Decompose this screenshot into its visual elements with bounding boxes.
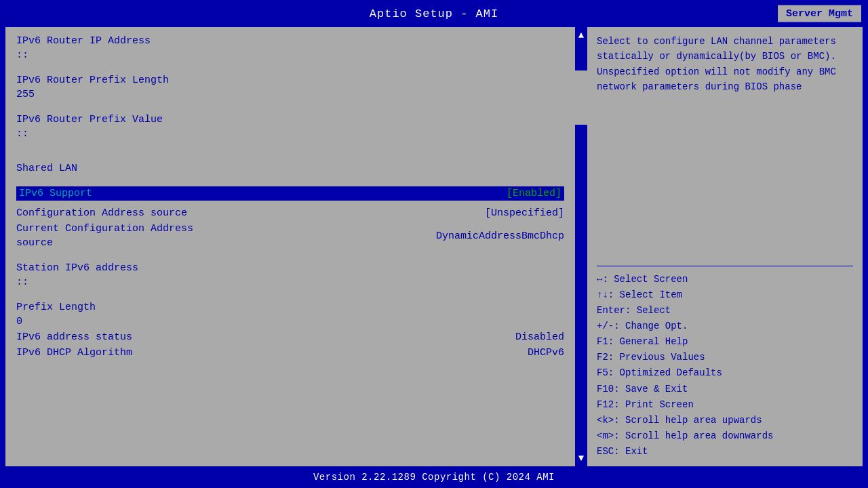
- item-current-config-addr: Current Configuration Addresssource Dyna…: [16, 222, 564, 250]
- shortcut-m: <m>: Scroll help area downwards: [597, 428, 853, 444]
- label-ipv6-dhcp-algo: IPv6 DHCP Algorithm: [16, 346, 132, 360]
- shortcut-select-item: ↑↓: Select Item: [597, 287, 853, 303]
- help-text: Select to configure LAN channel paramete…: [597, 34, 853, 260]
- item-ipv6-support[interactable]: IPv6 Support [Enabled]: [16, 186, 564, 201]
- value-config-addr-source: [Unspecified]: [485, 206, 564, 220]
- shortcut-change-opt: +/-: Change Opt.: [597, 319, 853, 334]
- item-shared-lan: Shared LAN: [16, 161, 564, 176]
- label-shared-lan: Shared LAN: [16, 161, 564, 176]
- section-label: Server Mgmt: [778, 5, 861, 22]
- shortcut-f2: F2: Previous Values: [597, 350, 853, 365]
- value-station-ipv6: ::: [16, 275, 564, 289]
- scroll-down-arrow[interactable]: ▼: [578, 450, 584, 466]
- value-ipv6-addr-status: Disabled: [515, 330, 564, 344]
- item-ipv6-router-prefix-len: IPv6 Router Prefix Length 255: [16, 73, 564, 102]
- value-prefix-len: 0: [16, 314, 564, 329]
- value-ipv6-support: [Enabled]: [507, 188, 561, 199]
- label-ipv6-support: IPv6 Support: [19, 188, 92, 199]
- shortcut-k: <k>: Scroll help area upwards: [597, 413, 853, 428]
- item-ipv6-router-prefix-val: IPv6 Router Prefix Value ::: [16, 113, 564, 141]
- shortcut-esc: ESC: Exit: [597, 444, 853, 460]
- value-ipv6-router-prefix-len: 255: [16, 87, 564, 102]
- item-prefix-len: Prefix Length 0: [16, 300, 564, 329]
- divider: [597, 266, 853, 266]
- shortcut-list: ↔: Select Screen ↑↓: Select Item Enter: …: [597, 272, 853, 460]
- shortcut-f5: F5: Optimized Defaults: [597, 365, 853, 381]
- scroll-up-arrow[interactable]: ▲: [578, 27, 584, 43]
- left-panel: IPv6 Router IP Address :: IPv6 Router Pr…: [5, 27, 575, 466]
- label-current-config-addr: Current Configuration Addresssource: [16, 222, 193, 250]
- right-panel: Select to configure LAN channel paramete…: [587, 27, 863, 466]
- value-current-config-addr: DynamicAddressBmcDhcp: [436, 229, 564, 243]
- shortcut-select-screen: ↔: Select Screen: [597, 272, 853, 287]
- value-ipv6-router-prefix-val: ::: [16, 127, 564, 141]
- top-bar: Aptio Setup - AMI Server Mgmt: [0, 0, 868, 27]
- value-ipv6-dhcp-algo: DHCPv6: [528, 346, 564, 360]
- item-ipv6-addr-status: IPv6 address status Disabled: [16, 330, 564, 344]
- shortcut-enter: Enter: Select: [597, 303, 853, 319]
- label-ipv6-router-ip: IPv6 Router IP Address: [16, 34, 564, 48]
- shortcut-f10: F10: Save & Exit: [597, 382, 853, 397]
- shortcut-f12: F12: Print Screen: [597, 397, 853, 413]
- label-config-addr-source: Configuration Address source: [16, 206, 187, 220]
- bottom-bar: Version 2.22.1289 Copyright (C) 2024 AMI: [0, 466, 868, 488]
- scrollbar[interactable]: ▲ ▼: [575, 27, 587, 466]
- label-ipv6-addr-status: IPv6 address status: [16, 330, 132, 344]
- scroll-thumb[interactable]: [575, 70, 587, 125]
- value-ipv6-router-ip: ::: [16, 48, 564, 62]
- item-config-addr-source: Configuration Address source [Unspecifie…: [16, 206, 564, 220]
- item-ipv6-router-ip: IPv6 Router IP Address ::: [16, 34, 564, 62]
- app-title: Aptio Setup - AMI: [370, 7, 498, 20]
- label-ipv6-router-prefix-val: IPv6 Router Prefix Value: [16, 113, 564, 127]
- label-ipv6-router-prefix-len: IPv6 Router Prefix Length: [16, 73, 564, 87]
- version-text: Version 2.22.1289 Copyright (C) 2024 AMI: [313, 472, 555, 483]
- scroll-track: [575, 43, 587, 450]
- item-ipv6-dhcp-algo: IPv6 DHCP Algorithm DHCPv6: [16, 346, 564, 360]
- label-prefix-len: Prefix Length: [16, 300, 564, 314]
- main-area: IPv6 Router IP Address :: IPv6 Router Pr…: [5, 27, 863, 466]
- label-station-ipv6: Station IPv6 address: [16, 261, 564, 275]
- item-station-ipv6: Station IPv6 address ::: [16, 261, 564, 289]
- shortcut-f1: F1: General Help: [597, 334, 853, 350]
